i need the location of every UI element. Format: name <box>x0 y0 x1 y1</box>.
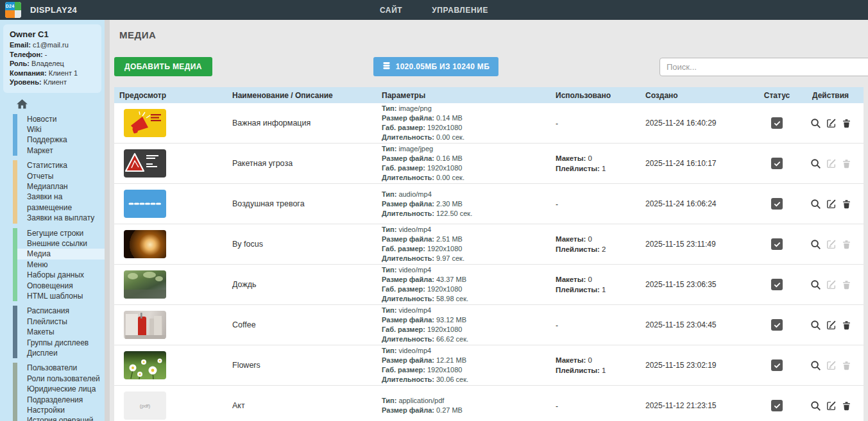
param-line: Габ. размер:1920x1080 <box>382 163 550 173</box>
sidebar-item-operation-history[interactable]: История операций <box>17 415 105 421</box>
view-action-icon[interactable] <box>810 199 821 210</box>
param-line: Тип:video/mp4 <box>382 265 550 275</box>
delete-action-icon[interactable] <box>842 320 851 331</box>
edit-action-icon[interactable] <box>826 199 837 209</box>
media-thumbnail-pdf[interactable]: (pdf) <box>124 392 166 420</box>
sidebar-item-external-links[interactable]: Внешние ссылки <box>17 238 105 249</box>
sidebar-item-user-roles[interactable]: Роли пользователей <box>17 374 105 384</box>
user-info-card: Owner C1 Email: c1@mail.ruТелефон: -Роль… <box>3 24 101 93</box>
delete-action-icon[interactable] <box>842 199 851 210</box>
media-thumbnail-audio-wave[interactable] <box>124 190 166 218</box>
view-action-icon[interactable] <box>810 400 821 411</box>
sidebar-item-mediaplan[interactable]: Медиаплан <box>17 181 105 192</box>
sidebar-item-users[interactable]: Пользователи <box>17 363 105 373</box>
status-checkbox[interactable] <box>771 238 783 250</box>
view-action-icon[interactable] <box>810 360 821 371</box>
pdf-thumbnail-label: (pdf) <box>140 403 150 409</box>
sidebar-item-menu[interactable]: Меню <box>17 260 105 270</box>
sidebar-item-legal-entities[interactable]: Юридические лица <box>17 384 105 394</box>
sidebar-item-playlists[interactable]: Плейлисты <box>17 317 105 327</box>
media-thumbnail-bokeh[interactable] <box>124 230 166 258</box>
sidebar-group-bar <box>13 228 17 302</box>
media-params: Тип:video/mp4Размер файла:12.21 MBГаб. р… <box>377 346 550 384</box>
sidebar-item-datasets[interactable]: Наборы данных <box>17 270 105 280</box>
status-checkbox[interactable] <box>771 319 783 331</box>
media-thumbnail-coffee[interactable] <box>124 311 166 339</box>
media-thumbnail-rocket-warning[interactable] <box>124 149 166 177</box>
sidebar-item-layouts[interactable]: Макеты <box>17 327 105 337</box>
created-timestamp: 2025-11-15 23:06:35 <box>640 280 752 289</box>
sidebar-item-display-groups[interactable]: Группы дисплеев <box>17 338 105 348</box>
created-timestamp: 2025-11-15 23:11:49 <box>640 240 752 249</box>
status-checkbox[interactable] <box>771 400 783 411</box>
search-input[interactable] <box>660 58 868 76</box>
page-title: МЕДИА <box>119 29 868 40</box>
sidebar-item-wiki[interactable]: Wiki <box>17 124 105 135</box>
param-line: Размер файла:12.21 MB <box>382 356 550 365</box>
sidebar-group-bar <box>13 160 17 223</box>
param-line: Тип:image/png <box>382 104 550 113</box>
sidebar-item-displays[interactable]: Дисплеи <box>17 348 105 358</box>
sidebar-item-support[interactable]: Поддержка <box>17 135 105 145</box>
sidebar-group-bar <box>13 363 17 421</box>
status-checkbox[interactable] <box>771 158 783 169</box>
sidebar-item-market[interactable]: Маркет <box>17 145 105 156</box>
sidebar-group: ПользователиРоли пользователейЮридически… <box>13 363 105 421</box>
usage-line: Плейлисты:1 <box>556 163 640 174</box>
usage-empty-dash: - <box>556 119 558 128</box>
media-thumbnail-rain[interactable] <box>124 270 166 299</box>
media-params: Тип:audio/mp4Размер файла:2.30 MBДлитель… <box>377 190 550 219</box>
status-checkbox[interactable] <box>771 279 783 290</box>
view-action-icon[interactable] <box>810 279 821 290</box>
sidebar-item-payout-requests[interactable]: Заявки на выплату <box>17 213 105 223</box>
sidebar-group: Бегущие строкиВнешние ссылкиМедиаМенюНаб… <box>13 228 105 302</box>
sidebar-item-settings[interactable]: Настройки <box>17 405 105 415</box>
sidebar-item-media[interactable]: Медиа <box>17 249 105 259</box>
sidebar-item-html-templates[interactable]: HTML шаблоны <box>17 291 105 301</box>
media-params: Тип:video/mp4Размер файла:2.51 MBГаб. ра… <box>377 225 550 263</box>
media-name: Flowers <box>228 361 377 370</box>
param-line: Размер файла:93.12 MB <box>382 315 550 325</box>
edit-action-icon[interactable] <box>826 320 837 330</box>
topnav-management-link[interactable]: УПРАВЛЕНИЕ <box>432 6 488 15</box>
edit-action-icon <box>826 239 837 249</box>
sidebar-item-schedules[interactable]: Расписания <box>17 306 105 316</box>
param-line: Длительность:0.00 сек. <box>382 173 550 183</box>
sidebar-item-tickers[interactable]: Бегущие строки <box>17 228 105 238</box>
param-line: Габ. размер:1920x1080 <box>382 365 550 375</box>
view-action-icon[interactable] <box>810 158 821 169</box>
view-action-icon[interactable] <box>810 239 821 250</box>
status-checkbox[interactable] <box>771 117 783 129</box>
status-checkbox[interactable] <box>771 198 783 210</box>
edit-action-icon <box>826 360 837 370</box>
media-usage: Макеты:0Плейлисты:2 <box>550 234 640 254</box>
sidebar-item-statistics[interactable]: Статистика <box>17 160 105 170</box>
sidebar-item-reports[interactable]: Отчеты <box>17 171 105 181</box>
sidebar-item-placement-requests[interactable]: Заявки на размещение <box>17 192 105 213</box>
media-thumbnail-flowers[interactable] <box>124 351 166 379</box>
media-usage: - <box>550 117 640 129</box>
delete-action-icon[interactable] <box>842 400 851 411</box>
home-icon[interactable] <box>17 99 105 109</box>
sidebar-item-notifications[interactable]: Оповещения <box>17 281 105 291</box>
media-name: Важная информация <box>228 119 377 128</box>
edit-action-icon[interactable] <box>826 118 837 128</box>
media-thumbnail-announcement[interactable] <box>124 109 166 137</box>
sidebar-item-news[interactable]: Новости <box>17 114 105 124</box>
add-media-button[interactable]: ДОБАВИТЬ МЕДИА <box>114 57 212 76</box>
edit-action-icon[interactable] <box>826 400 837 411</box>
param-line: Длительность:58.98 сек. <box>382 294 550 304</box>
status-checkbox[interactable] <box>771 359 783 371</box>
usage-line: Плейлисты:2 <box>556 244 640 254</box>
user-name: Owner C1 <box>10 29 95 39</box>
sidebar-item-departments[interactable]: Подразделения <box>17 395 105 405</box>
topnav-site-link[interactable]: САЙТ <box>380 6 402 15</box>
storage-usage-button[interactable]: 1020.05МБ ИЗ 10240 МБ <box>373 57 498 76</box>
delete-action-icon[interactable] <box>842 118 851 129</box>
view-action-icon[interactable] <box>810 320 821 331</box>
view-action-icon[interactable] <box>810 118 821 129</box>
sidebar-scrollbar[interactable] <box>105 20 110 421</box>
media-table-row: Важная информацияТип:image/pngРазмер фай… <box>114 103 864 144</box>
media-table-row: ДождьТип:video/mp4Размер файла:43.37 MBГ… <box>114 265 864 305</box>
media-params: Тип:video/mp4Размер файла:93.12 MBГаб. р… <box>377 306 550 344</box>
